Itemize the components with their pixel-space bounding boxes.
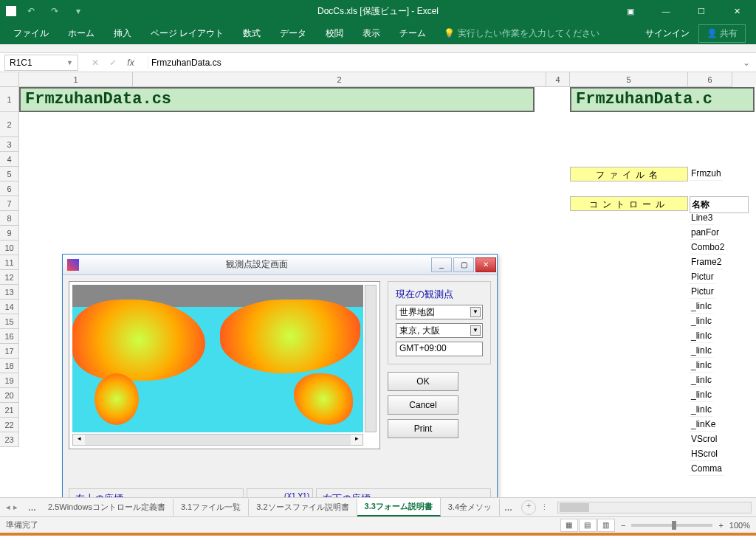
select-all-corner[interactable]: [0, 72, 19, 87]
cell-value[interactable]: VScrol: [690, 432, 718, 446]
close-button[interactable]: ✕: [721, 0, 753, 22]
col-header[interactable]: 2: [133, 72, 546, 87]
dialog-maximize-button[interactable]: ▢: [453, 257, 474, 272]
zoom-in-button[interactable]: +: [718, 521, 723, 530]
minimize-button[interactable]: —: [650, 0, 682, 22]
col-header[interactable]: 5: [570, 72, 688, 87]
row-header[interactable]: 3: [0, 137, 19, 152]
city-combo[interactable]: 東京, 大阪 ▼: [396, 323, 483, 338]
row-header[interactable]: 23: [0, 432, 19, 447]
tab-nav-prev-icon[interactable]: ▸: [13, 502, 18, 512]
cancel-formula-icon[interactable]: ✕: [89, 58, 102, 68]
tabs-overflow-left[interactable]: …: [24, 503, 41, 512]
tabs-overflow-right[interactable]: …: [500, 503, 517, 512]
tell-me[interactable]: 💡 実行したい作業を入力してください: [444, 27, 599, 40]
cell-title-a[interactable]: FrmzuhanData.cs: [19, 87, 535, 112]
ribbon-display-options[interactable]: ▣: [614, 0, 647, 22]
row-header[interactable]: 8: [0, 211, 19, 226]
row-header[interactable]: 6: [0, 181, 19, 196]
formula-bar-expand-icon[interactable]: ⌄: [737, 58, 756, 68]
share-button[interactable]: 👤 共有: [698, 24, 746, 43]
cell-value[interactable]: _linIc: [690, 344, 713, 358]
cell-value[interactable]: panFor: [690, 226, 721, 240]
row-header[interactable]: 13: [0, 285, 19, 300]
row-header[interactable]: 19: [0, 373, 19, 388]
col-header[interactable]: 1: [19, 72, 133, 87]
map-vscrollbar[interactable]: [365, 285, 377, 432]
scroll-right-icon[interactable]: ▸: [351, 435, 362, 445]
sheet-tab[interactable]: 3.1ファイル一覧: [173, 499, 249, 516]
row-header[interactable]: 11: [0, 255, 19, 270]
cell-value[interactable]: _linIc: [690, 300, 713, 314]
row-header[interactable]: 1: [0, 87, 19, 112]
ok-button[interactable]: OK: [388, 372, 458, 391]
tab-view[interactable]: 表示: [354, 24, 389, 43]
page-layout-view-button[interactable]: ▤: [579, 519, 597, 532]
tab-home[interactable]: ホーム: [59, 24, 103, 43]
row-header[interactable]: 21: [0, 403, 19, 418]
zoom-slider[interactable]: [631, 524, 712, 527]
tab-insert[interactable]: 挿入: [105, 24, 140, 43]
cell-value[interactable]: Comma: [690, 462, 724, 476]
row-header[interactable]: 5: [0, 167, 19, 181]
cell-value[interactable]: Pictur: [690, 285, 715, 299]
enter-formula-icon[interactable]: ✓: [106, 58, 120, 68]
tab-page-layout[interactable]: ページ レイアウト: [142, 24, 233, 43]
row-header[interactable]: 4: [0, 152, 19, 167]
dialog-titlebar[interactable]: 観測点設定画面 _ ▢ ✕: [63, 255, 497, 275]
name-box[interactable]: R1C1 ▼: [4, 55, 78, 71]
fx-icon[interactable]: fx: [124, 58, 137, 68]
sheet-tab[interactable]: 3.2ソースファイル説明書: [249, 499, 357, 516]
row-header[interactable]: 12: [0, 270, 19, 285]
cell-title-b[interactable]: FrmzuhanData.c: [570, 87, 755, 112]
row-header[interactable]: 14: [0, 300, 19, 314]
col-header[interactable]: 4: [546, 72, 570, 87]
zoom-thumb[interactable]: [672, 521, 676, 530]
row-header[interactable]: 7: [0, 196, 19, 211]
row-header[interactable]: 18: [0, 359, 19, 373]
cell-value[interactable]: _linIc: [690, 359, 713, 373]
cell-value[interactable]: Pictur: [690, 270, 715, 284]
row-header[interactable]: 10: [0, 241, 19, 255]
scroll-left-icon[interactable]: ◂: [73, 435, 85, 445]
row-header[interactable]: 16: [0, 329, 19, 344]
name-box-dropdown-icon[interactable]: ▼: [66, 59, 73, 66]
page-break-view-button[interactable]: ▥: [597, 519, 615, 532]
cell-value[interactable]: Line3: [690, 211, 714, 225]
print-button[interactable]: Print: [388, 419, 458, 438]
tab-team[interactable]: チーム: [391, 24, 435, 43]
formula-input[interactable]: FrmzuhanData.cs: [148, 56, 737, 69]
add-sheet-button[interactable]: +: [521, 500, 536, 515]
undo-button[interactable]: ↶: [22, 2, 40, 20]
redo-button[interactable]: ↷: [46, 2, 63, 20]
cell-value[interactable]: _linIc: [690, 388, 713, 402]
row-header[interactable]: 17: [0, 344, 19, 359]
qat-customize[interactable]: ▾: [69, 2, 87, 20]
tab-nav-first-icon[interactable]: ◂: [6, 502, 10, 512]
hscroll-thumb[interactable]: [560, 503, 589, 512]
dialog-close-button[interactable]: ✕: [475, 257, 496, 272]
dialog-minimize-button[interactable]: _: [431, 257, 452, 272]
cancel-button[interactable]: Cancel: [388, 395, 458, 415]
row-header[interactable]: 22: [0, 418, 19, 432]
tab-review[interactable]: 校閲: [317, 24, 352, 43]
cell-value[interactable]: Frame2: [690, 255, 723, 269]
sheet-tab[interactable]: 3.4全メソッ: [441, 499, 500, 516]
gmt-field[interactable]: GMT+09:00: [396, 342, 483, 356]
normal-view-button[interactable]: ▦: [560, 519, 578, 532]
cell-value[interactable]: _linIc: [690, 329, 713, 343]
maximize-button[interactable]: ☐: [685, 0, 718, 22]
row-header[interactable]: 2: [0, 112, 19, 137]
map-type-combo[interactable]: 世界地図 ▼: [396, 305, 483, 319]
cell-value[interactable]: Combo2: [690, 241, 726, 255]
tab-file[interactable]: ファイル: [4, 24, 58, 43]
row-header[interactable]: 20: [0, 388, 19, 403]
save-icon[interactable]: [6, 6, 16, 16]
worksheet[interactable]: 1 2 4 5 6 1 2 3 4 5 6 7 8 9 10 11 12 13 …: [0, 72, 756, 497]
map-hscrollbar[interactable]: ◂ ▸: [72, 434, 363, 446]
cell-value[interactable]: _linIc: [690, 314, 713, 328]
signin-link[interactable]: サインイン: [645, 27, 690, 40]
col-header[interactable]: 6: [688, 72, 732, 87]
cell-value[interactable]: HScrol: [690, 447, 719, 461]
cell-value[interactable]: _linIc: [690, 373, 713, 387]
